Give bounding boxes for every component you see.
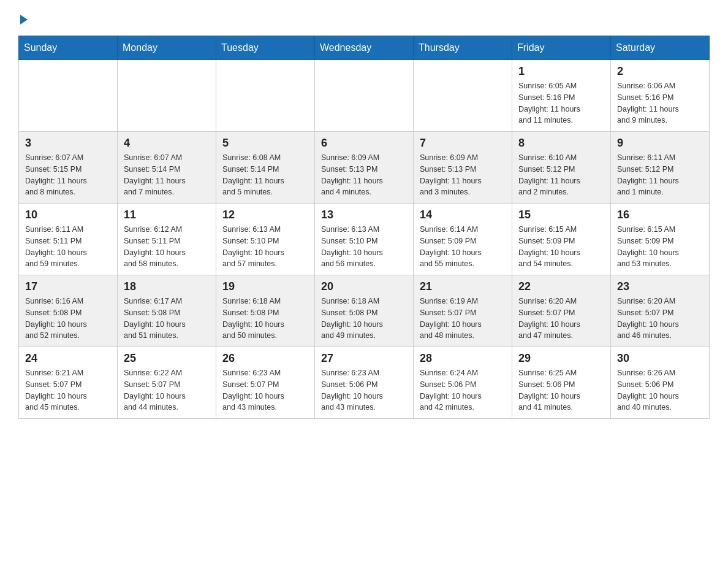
day-info: Sunrise: 6:05 AMSunset: 5:16 PMDaylight:… (518, 80, 604, 126)
calendar-header-tuesday: Tuesday (216, 36, 315, 60)
calendar-cell: 18Sunrise: 6:17 AMSunset: 5:08 PMDayligh… (118, 275, 216, 347)
calendar-cell: 5Sunrise: 6:08 AMSunset: 5:14 PMDaylight… (216, 132, 315, 204)
day-info: Sunrise: 6:11 AMSunset: 5:11 PMDaylight:… (25, 224, 111, 270)
day-info: Sunrise: 6:19 AMSunset: 5:07 PMDaylight:… (420, 296, 506, 342)
day-info: Sunrise: 6:13 AMSunset: 5:10 PMDaylight:… (222, 224, 308, 270)
day-info: Sunrise: 6:22 AMSunset: 5:07 PMDaylight:… (124, 367, 210, 413)
day-number: 28 (420, 352, 506, 365)
calendar-cell: 2Sunrise: 6:06 AMSunset: 5:16 PMDaylight… (611, 60, 710, 132)
calendar-week-1: 1Sunrise: 6:05 AMSunset: 5:16 PMDaylight… (19, 60, 710, 132)
logo-arrow-icon (20, 15, 28, 25)
calendar-week-2: 3Sunrise: 6:07 AMSunset: 5:15 PMDaylight… (19, 132, 710, 204)
calendar-header-sunday: Sunday (19, 36, 118, 60)
day-info: Sunrise: 6:25 AMSunset: 5:06 PMDaylight:… (518, 367, 604, 413)
day-number: 19 (222, 280, 308, 293)
day-number: 24 (25, 352, 111, 365)
day-number: 17 (25, 280, 111, 293)
day-info: Sunrise: 6:18 AMSunset: 5:08 PMDaylight:… (222, 296, 308, 342)
calendar-week-5: 24Sunrise: 6:21 AMSunset: 5:07 PMDayligh… (19, 347, 710, 419)
day-number: 15 (518, 209, 604, 221)
day-info: Sunrise: 6:23 AMSunset: 5:07 PMDaylight:… (222, 367, 308, 413)
day-info: Sunrise: 6:11 AMSunset: 5:12 PMDaylight:… (617, 152, 703, 198)
calendar-cell: 6Sunrise: 6:09 AMSunset: 5:13 PMDaylight… (315, 132, 414, 204)
day-number: 9 (617, 137, 703, 150)
calendar-cell (315, 60, 414, 132)
calendar-cell: 19Sunrise: 6:18 AMSunset: 5:08 PMDayligh… (216, 275, 315, 347)
day-number: 22 (518, 280, 604, 293)
day-number: 6 (321, 137, 407, 150)
day-info: Sunrise: 6:18 AMSunset: 5:08 PMDaylight:… (321, 296, 407, 342)
calendar-cell: 29Sunrise: 6:25 AMSunset: 5:06 PMDayligh… (512, 347, 611, 419)
day-number: 5 (222, 137, 308, 150)
logo-blue-part (18, 12, 28, 25)
day-number: 23 (617, 280, 703, 293)
calendar-header-thursday: Thursday (414, 36, 512, 60)
calendar-cell: 21Sunrise: 6:19 AMSunset: 5:07 PMDayligh… (414, 275, 512, 347)
calendar-cell: 26Sunrise: 6:23 AMSunset: 5:07 PMDayligh… (216, 347, 315, 419)
day-info: Sunrise: 6:13 AMSunset: 5:10 PMDaylight:… (321, 224, 407, 270)
day-number: 13 (321, 209, 407, 221)
day-info: Sunrise: 6:20 AMSunset: 5:07 PMDaylight:… (617, 296, 703, 342)
day-info: Sunrise: 6:09 AMSunset: 5:13 PMDaylight:… (321, 152, 407, 198)
day-info: Sunrise: 6:08 AMSunset: 5:14 PMDaylight:… (222, 152, 308, 198)
day-number: 29 (518, 352, 604, 365)
logo-text (18, 12, 28, 25)
day-number: 30 (617, 352, 703, 365)
day-info: Sunrise: 6:23 AMSunset: 5:06 PMDaylight:… (321, 367, 407, 413)
calendar-cell: 10Sunrise: 6:11 AMSunset: 5:11 PMDayligh… (19, 204, 118, 275)
day-number: 21 (420, 280, 506, 293)
calendar-cell: 3Sunrise: 6:07 AMSunset: 5:15 PMDaylight… (19, 132, 118, 204)
calendar-cell: 8Sunrise: 6:10 AMSunset: 5:12 PMDaylight… (512, 132, 611, 204)
day-number: 25 (124, 352, 210, 365)
page-header (18, 12, 710, 23)
calendar-cell: 24Sunrise: 6:21 AMSunset: 5:07 PMDayligh… (19, 347, 118, 419)
calendar-cell: 13Sunrise: 6:13 AMSunset: 5:10 PMDayligh… (315, 204, 414, 275)
day-info: Sunrise: 6:07 AMSunset: 5:15 PMDaylight:… (25, 152, 111, 198)
calendar-cell: 22Sunrise: 6:20 AMSunset: 5:07 PMDayligh… (512, 275, 611, 347)
calendar-cell (414, 60, 512, 132)
day-info: Sunrise: 6:17 AMSunset: 5:08 PMDaylight:… (124, 296, 210, 342)
calendar-header-monday: Monday (118, 36, 216, 60)
day-number: 18 (124, 280, 210, 293)
calendar-cell: 1Sunrise: 6:05 AMSunset: 5:16 PMDaylight… (512, 60, 611, 132)
calendar-cell: 9Sunrise: 6:11 AMSunset: 5:12 PMDaylight… (611, 132, 710, 204)
day-info: Sunrise: 6:15 AMSunset: 5:09 PMDaylight:… (617, 224, 703, 270)
calendar-week-3: 10Sunrise: 6:11 AMSunset: 5:11 PMDayligh… (19, 204, 710, 275)
day-number: 27 (321, 352, 407, 365)
day-info: Sunrise: 6:16 AMSunset: 5:08 PMDaylight:… (25, 296, 111, 342)
calendar-cell: 28Sunrise: 6:24 AMSunset: 5:06 PMDayligh… (414, 347, 512, 419)
calendar-header-wednesday: Wednesday (315, 36, 414, 60)
day-info: Sunrise: 6:15 AMSunset: 5:09 PMDaylight:… (518, 224, 604, 270)
day-info: Sunrise: 6:24 AMSunset: 5:06 PMDaylight:… (420, 367, 506, 413)
day-info: Sunrise: 6:21 AMSunset: 5:07 PMDaylight:… (25, 367, 111, 413)
day-number: 11 (124, 209, 210, 221)
calendar-table: SundayMondayTuesdayWednesdayThursdayFrid… (18, 36, 710, 419)
day-info: Sunrise: 6:26 AMSunset: 5:06 PMDaylight:… (617, 367, 703, 413)
day-number: 26 (222, 352, 308, 365)
day-number: 7 (420, 137, 506, 150)
calendar-cell: 7Sunrise: 6:09 AMSunset: 5:13 PMDaylight… (414, 132, 512, 204)
calendar-cell: 14Sunrise: 6:14 AMSunset: 5:09 PMDayligh… (414, 204, 512, 275)
calendar-cell: 30Sunrise: 6:26 AMSunset: 5:06 PMDayligh… (611, 347, 710, 419)
day-number: 16 (617, 209, 703, 221)
calendar-cell: 4Sunrise: 6:07 AMSunset: 5:14 PMDaylight… (118, 132, 216, 204)
calendar-cell: 16Sunrise: 6:15 AMSunset: 5:09 PMDayligh… (611, 204, 710, 275)
day-number: 4 (124, 137, 210, 150)
calendar-cell: 20Sunrise: 6:18 AMSunset: 5:08 PMDayligh… (315, 275, 414, 347)
day-info: Sunrise: 6:06 AMSunset: 5:16 PMDaylight:… (617, 80, 703, 126)
calendar-cell: 11Sunrise: 6:12 AMSunset: 5:11 PMDayligh… (118, 204, 216, 275)
calendar-cell: 17Sunrise: 6:16 AMSunset: 5:08 PMDayligh… (19, 275, 118, 347)
day-number: 12 (222, 209, 308, 221)
day-info: Sunrise: 6:07 AMSunset: 5:14 PMDaylight:… (124, 152, 210, 198)
day-info: Sunrise: 6:14 AMSunset: 5:09 PMDaylight:… (420, 224, 506, 270)
calendar-cell: 23Sunrise: 6:20 AMSunset: 5:07 PMDayligh… (611, 275, 710, 347)
day-number: 10 (25, 209, 111, 221)
day-info: Sunrise: 6:20 AMSunset: 5:07 PMDaylight:… (518, 296, 604, 342)
calendar-header-saturday: Saturday (611, 36, 710, 60)
calendar-header-friday: Friday (512, 36, 611, 60)
calendar-cell (118, 60, 216, 132)
calendar-week-4: 17Sunrise: 6:16 AMSunset: 5:08 PMDayligh… (19, 275, 710, 347)
calendar-cell: 12Sunrise: 6:13 AMSunset: 5:10 PMDayligh… (216, 204, 315, 275)
calendar-cell (19, 60, 118, 132)
calendar-cell (216, 60, 315, 132)
